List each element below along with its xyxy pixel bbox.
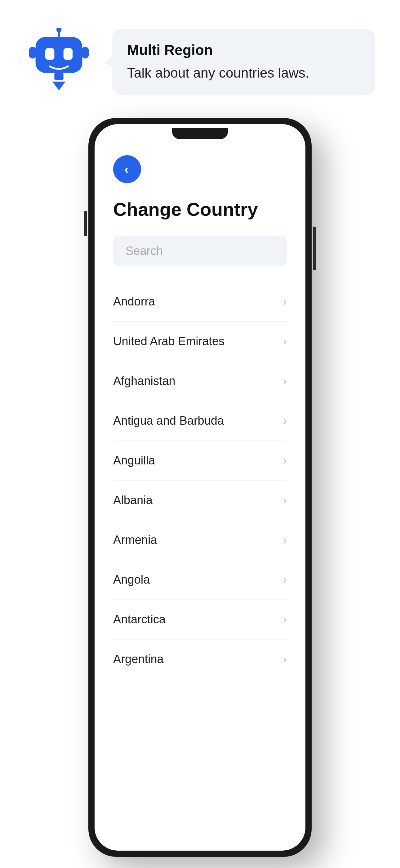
chevron-right-icon: › <box>283 494 287 507</box>
bubble-title: Multi Region <box>127 41 360 58</box>
app-content: ‹ Change Country Search Andorra›United A… <box>95 143 305 850</box>
back-button[interactable]: ‹ <box>113 155 141 183</box>
search-bar[interactable]: Search <box>113 236 287 266</box>
phone-frame: ‹ Change Country Search Andorra›United A… <box>88 118 312 857</box>
country-name: Antarctica <box>113 613 166 626</box>
country-list-item[interactable]: Argentina› <box>113 640 287 679</box>
country-name: Anguilla <box>113 454 155 467</box>
country-name: Antigua and Barbuda <box>113 414 224 428</box>
search-input[interactable]: Search <box>126 244 163 258</box>
chevron-right-icon: › <box>283 414 287 428</box>
chevron-right-icon: › <box>283 653 287 666</box>
country-list-item[interactable]: Albania› <box>113 480 287 520</box>
country-list-item[interactable]: United Arab Emirates› <box>113 321 287 361</box>
chevron-right-icon: › <box>283 335 287 348</box>
country-name: United Arab Emirates <box>113 335 225 348</box>
country-list-item[interactable]: Andorra› <box>113 282 287 321</box>
country-list-item[interactable]: Anguilla› <box>113 441 287 480</box>
speech-bubble: Multi Region Talk about any countries la… <box>112 29 375 95</box>
country-list-item[interactable]: Antarctica› <box>113 600 287 640</box>
bubble-text: Talk about any countries laws. <box>127 63 360 83</box>
country-list-item[interactable]: Afghanistan› <box>113 361 287 401</box>
country-name: Argentina <box>113 653 164 666</box>
country-list-item[interactable]: Armenia› <box>113 520 287 560</box>
country-list-item[interactable]: Antigua and Barbuda› <box>113 401 287 441</box>
notch-area <box>95 124 305 143</box>
chevron-right-icon: › <box>283 454 287 467</box>
chevron-right-icon: › <box>283 295 287 308</box>
robot-icon <box>25 28 93 96</box>
camera-notch <box>172 128 228 139</box>
back-arrow-icon: ‹ <box>124 162 128 176</box>
country-name: Armenia <box>113 533 157 547</box>
country-name: Angola <box>113 573 150 586</box>
svg-rect-3 <box>45 48 54 60</box>
country-list: Andorra›United Arab Emirates›Afghanistan… <box>113 282 287 679</box>
page-title: Change Country <box>113 199 287 220</box>
chevron-right-icon: › <box>283 534 287 547</box>
chevron-right-icon: › <box>283 375 287 388</box>
svg-rect-4 <box>64 48 72 60</box>
country-name: Andorra <box>113 295 155 308</box>
svg-rect-5 <box>29 47 36 59</box>
country-name: Afghanistan <box>113 374 175 388</box>
chevron-right-icon: › <box>283 574 287 586</box>
svg-marker-8 <box>53 82 65 90</box>
country-name: Albania <box>113 494 153 507</box>
svg-rect-6 <box>81 47 89 59</box>
chevron-right-icon: › <box>283 613 287 626</box>
phone-screen: ‹ Change Country Search Andorra›United A… <box>95 124 305 850</box>
top-section: Multi Region Talk about any countries la… <box>0 0 400 118</box>
svg-rect-7 <box>54 73 63 80</box>
country-list-item[interactable]: Angola› <box>113 560 287 600</box>
svg-rect-2 <box>36 37 82 73</box>
svg-point-1 <box>57 28 62 32</box>
